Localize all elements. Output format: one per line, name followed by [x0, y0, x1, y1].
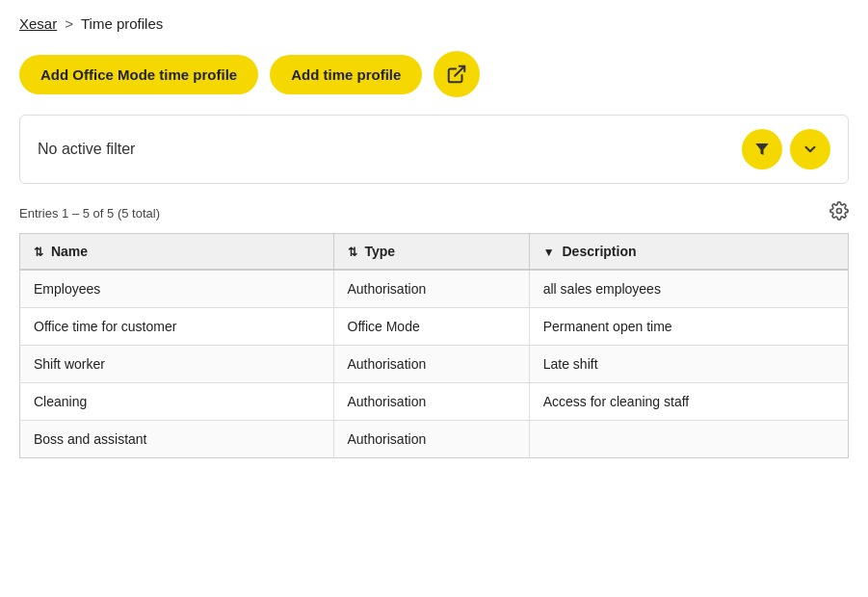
table-header-row: ⇅ Name ⇅ Type ▼ Description [20, 234, 849, 271]
sort-icon-description: ▼ [543, 246, 555, 259]
cell-description: Permanent open time [529, 308, 848, 346]
filter-label: No active filter [38, 141, 135, 158]
cell-type: Authorisation [333, 270, 529, 308]
breadcrumb-current: Time profiles [81, 15, 163, 32]
cell-type: Authorisation [333, 421, 529, 458]
filter-button[interactable] [742, 129, 782, 169]
column-name-label: Name [51, 244, 88, 259]
entries-count: Entries 1 – 5 of 5 (5 total) [19, 206, 160, 221]
toolbar: Add Office Mode time profile Add time pr… [19, 51, 849, 97]
cell-name: Shift worker [20, 346, 334, 383]
cell-description: all sales employees [529, 270, 848, 308]
column-type[interactable]: ⇅ Type [333, 234, 529, 271]
filter-icon [753, 141, 771, 158]
cell-description: Access for cleaning staff [529, 383, 848, 421]
svg-point-0 [837, 209, 842, 214]
filter-collapse-button[interactable] [790, 129, 830, 169]
export-icon [446, 64, 467, 85]
table-row[interactable]: CleaningAuthorisationAccess for cleaning… [20, 383, 849, 421]
sort-icon-name: ⇅ [34, 246, 43, 259]
table-row[interactable]: EmployeesAuthorisationall sales employee… [20, 270, 849, 308]
table-row[interactable]: Boss and assistantAuthorisation [20, 421, 849, 458]
cell-description: Late shift [529, 346, 848, 383]
cell-type: Office Mode [333, 308, 529, 346]
column-description-label: Description [563, 244, 637, 259]
cell-type: Authorisation [333, 383, 529, 421]
column-type-label: Type [364, 244, 395, 259]
settings-button[interactable] [829, 201, 849, 225]
add-time-profile-button[interactable]: Add time profile [270, 55, 422, 94]
breadcrumb: Xesar > Time profiles [19, 15, 849, 32]
time-profiles-table: ⇅ Name ⇅ Type ▼ Description EmployeesAut… [19, 233, 849, 458]
cell-name: Employees [20, 270, 334, 308]
filter-bar: No active filter [19, 115, 849, 184]
breadcrumb-separator: > [65, 15, 73, 32]
column-description[interactable]: ▼ Description [529, 234, 848, 271]
add-office-mode-button[interactable]: Add Office Mode time profile [19, 55, 258, 94]
cell-type: Authorisation [333, 346, 529, 383]
export-button[interactable] [434, 51, 480, 97]
cell-description [529, 421, 848, 458]
cell-name: Office time for customer [20, 308, 334, 346]
filter-bar-actions [742, 129, 830, 169]
column-name[interactable]: ⇅ Name [20, 234, 334, 271]
entries-info: Entries 1 – 5 of 5 (5 total) [19, 201, 849, 225]
gear-icon [829, 201, 849, 221]
cell-name: Boss and assistant [20, 421, 334, 458]
breadcrumb-home[interactable]: Xesar [19, 15, 57, 32]
table-row[interactable]: Shift workerAuthorisationLate shift [20, 346, 849, 383]
chevron-down-icon [802, 141, 819, 158]
cell-name: Cleaning [20, 383, 334, 421]
sort-icon-type: ⇅ [348, 246, 357, 259]
table-row[interactable]: Office time for customerOffice ModePerma… [20, 308, 849, 346]
